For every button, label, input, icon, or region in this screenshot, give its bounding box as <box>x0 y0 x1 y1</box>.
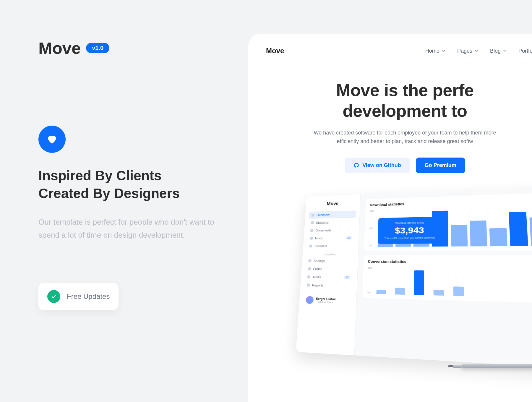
sidebar-item-settings[interactable]: Settings <box>305 257 354 265</box>
view-github-button[interactable]: View on Github <box>345 158 410 173</box>
inbox-icon <box>310 237 313 240</box>
card-title: Conversion statistics <box>368 259 406 264</box>
conversion-chart: 300 200 <box>367 267 532 299</box>
sidebar-item-profile[interactable]: Profile <box>305 265 354 273</box>
alerts-icon <box>307 275 310 278</box>
heart-icon <box>38 126 66 153</box>
sidebar-section: General <box>306 250 355 257</box>
nav-portfolio[interactable]: Portfolio <box>518 48 532 54</box>
dash-brand: Move <box>309 199 357 209</box>
sidebar-item-inbox[interactable]: Inbox13 <box>307 234 355 242</box>
user-role: CEO at Stack <box>316 300 335 304</box>
sidebar-item-statistics[interactable]: Statistics <box>308 218 356 226</box>
chevron-down-icon <box>475 49 478 53</box>
sidebar-item-reports[interactable]: Reports <box>304 281 353 290</box>
sidebar-item-overview[interactable]: Overview <box>309 210 356 219</box>
overview-icon <box>312 214 314 216</box>
nav-home[interactable]: Home <box>425 48 445 54</box>
inbox-badge: 13 <box>346 236 352 239</box>
hero-title: Move is the perfe development to <box>260 80 532 121</box>
sidebar-item-documents[interactable]: Documents <box>307 226 356 234</box>
sidebar-item-contacts[interactable]: Contacts <box>306 242 355 250</box>
github-icon <box>353 162 359 168</box>
nav-blog[interactable]: Blog <box>490 48 507 54</box>
contacts-icon <box>309 244 312 247</box>
settings-icon <box>308 259 311 262</box>
download-stats-card: Download statistics Month Day Hour 200 1… <box>364 191 532 251</box>
profile-icon <box>308 267 311 270</box>
stylus-pen <box>461 364 532 368</box>
reports-icon <box>307 283 310 286</box>
feature-label: Free Updates <box>67 292 110 301</box>
documents-icon <box>310 229 313 232</box>
site-preview: Move Home Pages Blog Portfolio Move is t… <box>248 34 532 402</box>
earnings-highlight: You have earned today $3,943 This is 40%… <box>378 217 442 244</box>
version-badge: v1.0 <box>86 43 109 53</box>
sidebar-user[interactable]: Sergei Filatov CEO at Stack <box>302 292 353 309</box>
hero-subtitle: We have created software for each employ… <box>310 129 499 146</box>
chevron-down-icon <box>503 49 507 53</box>
dashboard-mockup: Move Overview Statistics Documents Inbox… <box>296 186 532 372</box>
download-chart: 200 100 50 18 August 2020 Downloads 545 … <box>368 204 532 247</box>
sidebar-item-alerts[interactable]: Alerts17 <box>304 273 353 281</box>
chevron-down-icon <box>442 49 445 53</box>
nav-pages[interactable]: Pages <box>457 48 478 54</box>
alerts-badge: 17 <box>344 275 351 279</box>
subtext: Our template is perfect for people who d… <box>38 215 228 241</box>
site-brand[interactable]: Move <box>266 47 284 55</box>
go-premium-button[interactable]: Go Premium <box>416 158 465 173</box>
feature-card: Free Updates <box>38 283 119 310</box>
statistics-icon <box>311 221 314 224</box>
headline: Inspired By Clients Created By Designers <box>38 167 228 202</box>
card-title: Download statistics <box>370 202 404 207</box>
check-icon <box>47 290 60 303</box>
logo: Move <box>38 38 81 58</box>
avatar <box>306 296 314 304</box>
conversion-stats-card: Conversion statistics Week Day 1 hour 30… <box>362 255 532 304</box>
